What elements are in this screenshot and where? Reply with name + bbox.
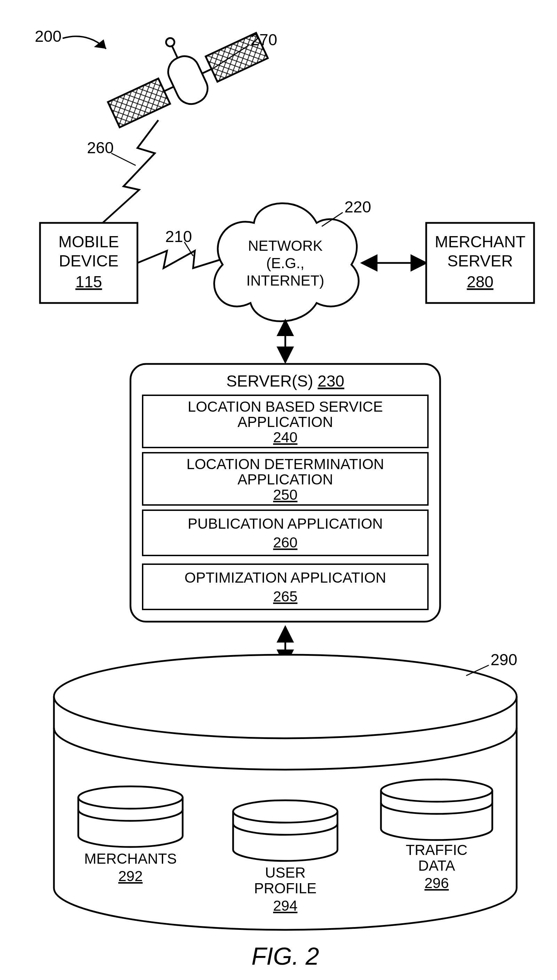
network-label3: INTERNET) <box>246 272 324 289</box>
merchant-server-label2: SERVER <box>448 252 513 270</box>
svg-text:SERVER(S)
       
      230: SERVER(S) 230 <box>226 372 344 390</box>
system-ref-label: 200 <box>35 27 62 45</box>
svg-line-9 <box>111 153 136 165</box>
merchant-server-ref: 280 <box>467 273 493 291</box>
opt-ref: 265 <box>273 588 298 604</box>
db-userprof-label2: PROFILE <box>254 880 317 897</box>
svg-line-6 <box>202 69 212 74</box>
db-traffic-label2: DATA <box>418 858 455 874</box>
network-label1: NETWORK <box>248 237 323 254</box>
svg-line-4 <box>164 87 174 91</box>
wireless-link-icon <box>137 251 221 268</box>
servers-title: SERVER(S) <box>226 372 313 390</box>
db-merchants-ref: 292 <box>118 868 143 884</box>
db-merchants-label: MERCHANTS <box>84 851 177 867</box>
locdet-label2: APPLICATION <box>238 471 333 488</box>
mobile-device-label1: MOBILE <box>59 233 119 251</box>
satellite-ref: 270 <box>251 31 277 49</box>
servers-ref: 230 <box>318 372 344 390</box>
pub-ref: 260 <box>273 534 298 550</box>
satellite-icon <box>94 4 272 137</box>
opt-label1: OPTIMIZATION APPLICATION <box>184 569 386 586</box>
svg-point-22 <box>78 786 182 808</box>
svg-rect-5 <box>108 78 170 127</box>
figure-label: FIG. 2 <box>252 943 319 970</box>
network-label2: (E.G., <box>266 255 305 271</box>
lbs-label2: APPLICATION <box>238 414 333 430</box>
db-userprof-label1: USER <box>265 864 306 881</box>
svg-rect-1 <box>163 52 213 109</box>
diagram-root: 200 270 260 MOBILE DEVICE 115 210 NETWOR… <box>0 0 557 980</box>
svg-point-23 <box>233 800 337 823</box>
db-traffic-ref: 296 <box>425 875 449 891</box>
svg-point-24 <box>381 779 492 802</box>
lbs-label1: LOCATION BASED SERVICE <box>188 399 383 415</box>
locdet-ref: 250 <box>273 487 298 503</box>
locdet-label1: LOCATION DETERMINATION <box>186 456 384 472</box>
db-userprof-ref: 294 <box>273 897 298 914</box>
mobile-device-ref: 115 <box>75 273 102 291</box>
svg-line-2 <box>172 45 178 58</box>
db-ref: 290 <box>490 650 517 669</box>
sat-link-ref: 260 <box>87 139 114 157</box>
mobile-device-label2: DEVICE <box>59 252 118 270</box>
merchant-server-box: MERCHANT SERVER 280 <box>426 223 534 303</box>
sat-link-icon <box>103 120 158 223</box>
pub-label1: PUBLICATION APPLICATION <box>188 515 383 532</box>
svg-point-3 <box>164 37 176 48</box>
wireless-link-ref: 210 <box>165 227 192 245</box>
db-traffic-label1: TRAFFIC <box>406 842 467 858</box>
lbs-ref: 240 <box>273 429 298 446</box>
servers-box: SERVER(S) 230 LOCATION BASED SERVICE APP… <box>130 364 440 622</box>
merchant-server-label1: MERCHANT <box>435 233 526 251</box>
svg-point-20 <box>54 655 517 738</box>
network-ref: 220 <box>344 198 371 216</box>
mobile-device-box: MOBILE DEVICE 115 <box>40 223 137 303</box>
network-cloud: NETWORK (E.G., INTERNET) <box>214 203 359 322</box>
